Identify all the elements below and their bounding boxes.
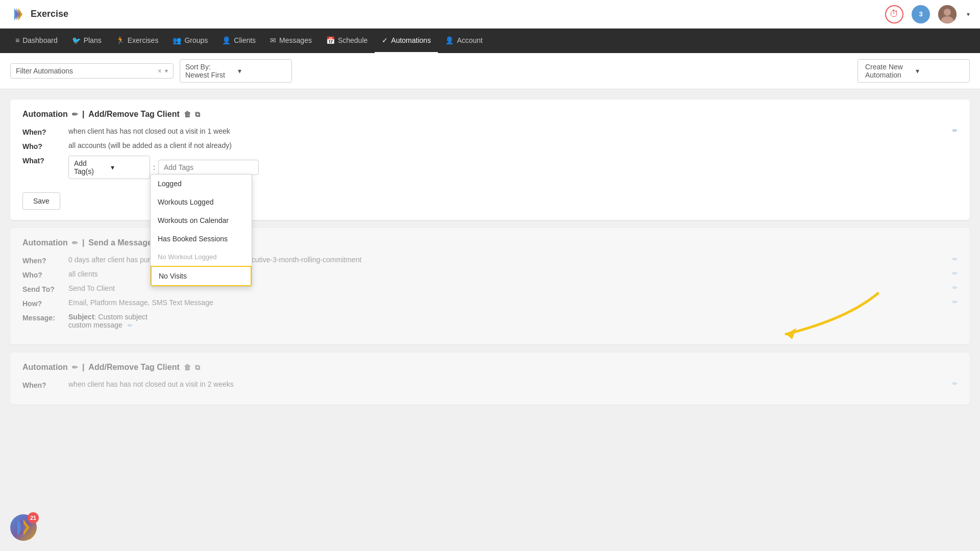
card-1-subtitle: Add/Remove Tag Client: [88, 110, 179, 119]
card-3-when-edit-icon[interactable]: ✏: [952, 380, 958, 387]
card-2-who-edit-icon[interactable]: ✏: [952, 270, 958, 277]
card-2-subject-bold: Subject: [68, 313, 94, 321]
messages-icon: ✉: [270, 36, 276, 44]
filter-input-wrap[interactable]: × ▾: [10, 63, 174, 79]
nav-label-exercises: Exercises: [128, 36, 159, 44]
svg-point-4: [944, 9, 951, 16]
card-2-subject-text: : Custom subject: [94, 313, 148, 321]
nav-item-clients[interactable]: 👤 Clients: [215, 29, 263, 53]
automation-card-1: Automation ✏ | Add/Remove Tag Client 🗑 ⧉…: [10, 99, 970, 220]
card-1-when-value: when client has has not closed out a vis…: [68, 127, 949, 135]
card-1-when-edit-icon[interactable]: ✏: [952, 127, 958, 134]
nav-label-schedule: Schedule: [338, 36, 368, 44]
card-1-when-row: When? when client has has not closed out…: [22, 127, 958, 136]
nav-item-schedule[interactable]: 📅 Schedule: [319, 29, 375, 53]
card-1-colon: :: [150, 159, 158, 176]
create-automation-button[interactable]: Create New Automation ▾: [857, 59, 970, 83]
card-2-who-label: Who?: [22, 270, 68, 279]
filter-bar: × ▾ Sort By: Newest First ▾ Create New A…: [0, 53, 980, 89]
card-2-title-text: Automation: [22, 238, 68, 247]
card-2-sendto-edit-icon[interactable]: ✏: [952, 284, 958, 291]
card-2-edit-icon[interactable]: ✏: [72, 239, 78, 247]
dropdown-item-workouts-on-calendar[interactable]: Workouts on Calendar: [151, 211, 252, 230]
save-button[interactable]: Save: [22, 192, 60, 210]
nav-item-plans[interactable]: 🐦 Plans: [65, 29, 109, 53]
card-2-separator: |: [82, 238, 84, 247]
card-2-body-text: custom message: [68, 321, 122, 329]
sort-label: Sort By: Newest First: [185, 63, 234, 79]
card-1-what-label: What?: [22, 156, 68, 165]
nav-item-dashboard[interactable]: ≡ Dashboard: [8, 29, 65, 53]
nav-item-account[interactable]: 👤 Account: [438, 29, 490, 53]
card-2-message-label: Message:: [22, 313, 68, 322]
card-1-edit-icon[interactable]: ✏: [72, 110, 78, 118]
card-2-message-row: Message: Subject: Custom subject custom …: [22, 313, 958, 329]
card-1-who-label: Who?: [22, 141, 68, 151]
card-2-how-edit-icon[interactable]: ✏: [952, 298, 958, 306]
nav-label-clients: Clients: [234, 36, 256, 44]
card-3-title: Automation ✏ | Add/Remove Tag Client 🗑 ⧉: [22, 363, 958, 372]
card-1-what-controls: Add Tag(s) ▾ : Logged Workouts Logged Wo…: [68, 156, 259, 179]
avatar[interactable]: [938, 5, 957, 23]
card-3-copy-icon[interactable]: ⧉: [195, 363, 200, 372]
main-nav: ≡ Dashboard 🐦 Plans 🏃 Exercises 👥 Groups…: [0, 29, 980, 53]
card-3-when-label: When?: [22, 380, 68, 389]
card-1-tag-select-label: Add Tag(s): [74, 159, 108, 176]
timer-button[interactable]: ⏱: [885, 5, 903, 23]
card-2-sendto-label: Send To?: [22, 284, 68, 293]
card-2-message-content: Subject: Custom subject custom message ✏: [68, 313, 148, 329]
filter-chevron-icon[interactable]: ▾: [165, 67, 168, 74]
create-label: Create New Automation: [865, 63, 912, 79]
card-2-message-subject: Subject: Custom subject: [68, 313, 148, 321]
dashboard-icon: ≡: [15, 36, 19, 44]
card-1-title: Automation ✏ | Add/Remove Tag Client 🗑 ⧉: [22, 110, 958, 119]
clients-icon: 👤: [222, 36, 231, 44]
filter-clear-icon[interactable]: ×: [158, 67, 162, 75]
nav-item-exercises[interactable]: 🏃 Exercises: [109, 29, 166, 53]
main-content: Automation ✏ | Add/Remove Tag Client 🗑 ⧉…: [0, 89, 980, 423]
nav-item-groups[interactable]: 👥 Groups: [165, 29, 215, 53]
sort-select[interactable]: Sort By: Newest First ▾: [180, 59, 292, 83]
card-2-body-edit-icon[interactable]: ✏: [128, 322, 133, 329]
dropdown-item-no-workout-logged[interactable]: No Workout Logged: [151, 248, 252, 266]
nav-label-plans: Plans: [84, 36, 102, 44]
automations-icon: ✓: [382, 36, 388, 44]
card-1-when-label: When?: [22, 127, 68, 136]
card-1-separator: |: [82, 110, 84, 119]
card-3-when-row: When? when client has has not closed out…: [22, 380, 958, 389]
topbar-right: ⏱ 3 ▾: [885, 5, 970, 23]
dropdown-item-workouts-logged[interactable]: Workouts Logged: [151, 193, 252, 211]
avatar-chevron-icon[interactable]: ▾: [967, 11, 970, 18]
card-3-edit-icon[interactable]: ✏: [72, 363, 78, 371]
card-3-separator: |: [82, 363, 84, 372]
groups-icon: 👥: [173, 36, 181, 44]
notif-count: 3: [919, 10, 922, 18]
tag-dropdown-menu: Logged Workouts Logged Workouts on Calen…: [150, 174, 252, 287]
filter-input[interactable]: [16, 67, 155, 75]
card-1-tag-input[interactable]: [158, 160, 259, 175]
create-chevron-icon: ▾: [916, 67, 962, 75]
card-1-copy-icon[interactable]: ⧉: [195, 110, 200, 119]
card-2-message-body: custom message ✏: [68, 321, 148, 329]
notification-button[interactable]: 3: [912, 5, 930, 23]
card-3-delete-icon[interactable]: 🗑: [184, 363, 191, 371]
sort-chevron-icon: ▾: [238, 67, 286, 75]
nav-label-messages: Messages: [279, 36, 312, 44]
timer-icon: ⏱: [890, 9, 899, 19]
dropdown-item-no-visits[interactable]: No Visits: [151, 266, 252, 286]
nav-item-automations[interactable]: ✓ Automations: [375, 29, 438, 53]
card-2-when-label: When?: [22, 256, 68, 265]
card-2-how-row: How? Email, Platform Message, SMS Text M…: [22, 298, 958, 308]
automation-card-3: Automation ✏ | Add/Remove Tag Client 🗑 ⧉…: [10, 353, 970, 405]
card-1-tag-select[interactable]: Add Tag(s) ▾: [68, 156, 150, 179]
nav-label-dashboard: Dashboard: [22, 36, 58, 44]
nav-label-groups: Groups: [184, 36, 208, 44]
plans-icon: 🐦: [72, 36, 81, 44]
card-1-delete-icon[interactable]: 🗑: [184, 110, 191, 118]
dropdown-item-logged[interactable]: Logged: [151, 174, 252, 193]
logo-icon: [10, 6, 27, 22]
card-2-when-edit-icon[interactable]: ✏: [952, 256, 958, 263]
nav-item-messages[interactable]: ✉ Messages: [263, 29, 319, 53]
card-3-when-value: when client has has not closed out a vis…: [68, 380, 949, 388]
dropdown-item-has-booked-sessions[interactable]: Has Booked Sessions: [151, 230, 252, 248]
